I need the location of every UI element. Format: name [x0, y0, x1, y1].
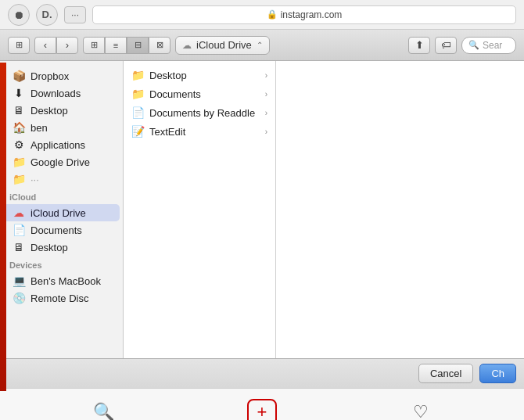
sidebar-item[interactable]: 📦 Dropbox	[3, 67, 120, 84]
sidebar-item-macbook[interactable]: 💻 Ben's MacBook	[3, 272, 120, 289]
chevron-right-icon: ›	[265, 71, 267, 80]
sidebar-item-icloud-drive[interactable]: ☁ iCloud Drive	[3, 204, 120, 221]
sidebar-item-remote-disc[interactable]: 💿 Remote Disc	[3, 289, 120, 307]
search-placeholder: Sear	[483, 40, 502, 51]
add-icon: +	[257, 402, 267, 421]
sidebar-item-downloads[interactable]: ⬇ Downloads	[3, 84, 120, 102]
location-bar[interactable]: ☁ iCloud Drive ⌃	[175, 36, 270, 55]
chevron-right-icon4: ›	[265, 127, 267, 136]
content-documents-label: Documents	[149, 88, 260, 100]
sidebar-item-ben[interactable]: 🏠 ben	[3, 119, 120, 136]
tag-btn[interactable]: 🏷	[435, 37, 457, 54]
address-bar: 🔒 instagram.com	[92, 5, 516, 24]
back-btn[interactable]: ‹	[34, 37, 56, 54]
downloads-icon: ⬇	[13, 87, 25, 99]
url-text: instagram.com	[281, 9, 343, 20]
column-view-btn[interactable]: ⊟	[127, 37, 149, 54]
view-mode-group: ⊞ ≡ ⊟ ⊠	[83, 37, 170, 54]
finder-bottom: Cancel Ch	[0, 358, 524, 388]
sidebar-ben-label: ben	[31, 122, 48, 134]
choose-button[interactable]: Ch	[479, 364, 516, 383]
documents-folder-icon: 📁	[131, 88, 144, 100]
nav-btn-group: ‹ ›	[34, 37, 78, 54]
remote-disc-icon: 💿	[13, 292, 25, 304]
sidebar-item-label: Dropbox	[31, 70, 69, 82]
readdle-icon: 📄	[131, 106, 144, 119]
content-readdle-label: Documents by Readdle	[149, 107, 260, 119]
content-item-documents[interactable]: 📁 Documents ›	[124, 84, 275, 103]
column-pane: 📁 Desktop › 📁 Documents › 📄 Documents by…	[124, 61, 276, 358]
icloud-desktop-icon: 🖥	[13, 241, 25, 253]
sidebar-downloads-label: Downloads	[31, 88, 81, 99]
sidebar-item-desktop[interactable]: 🖥 Desktop	[3, 102, 120, 119]
content-item-textedit[interactable]: 📝 TextEdit ›	[124, 122, 275, 141]
textedit-icon: 📝	[131, 125, 144, 138]
cancel-button[interactable]: Cancel	[418, 364, 473, 383]
cloud-icon: ☁	[182, 40, 192, 51]
empty-pane	[276, 61, 524, 358]
icloud-drive-icon: ☁	[13, 206, 25, 219]
lock-icon: 🔒	[267, 9, 278, 20]
sidebar-icloud-docs-label: Documents	[31, 224, 82, 236]
content-item-desktop[interactable]: 📁 Desktop ›	[124, 66, 275, 84]
desktop-folder-icon: 📁	[131, 69, 144, 81]
browser-btn-more[interactable]: ···	[64, 6, 86, 23]
share-btn[interactable]: ⬆	[408, 37, 430, 54]
sidebar-macbook-label: Ben's MacBook	[31, 275, 101, 287]
sidebar-item-more[interactable]: 📁 ···	[3, 171, 120, 188]
content-desktop-label: Desktop	[149, 70, 260, 81]
location-chevron: ⌃	[257, 41, 263, 49]
macbook-icon: 💻	[13, 275, 25, 287]
finder-main: 📦 Dropbox ⬇ Downloads 🖥 Desktop 🏠 ben ⚙ …	[0, 61, 524, 358]
applications-icon: ⚙	[13, 138, 25, 151]
app-bottom-bar: 🔍 + ♡	[0, 388, 524, 420]
sidebar-applications-label: Applications	[31, 139, 85, 151]
finder-toolbar: ⊞ ‹ › ⊞ ≡ ⊟ ⊠ ☁ iCloud Drive ⌃ ⬆ 🏷 🔍 Sea…	[0, 30, 524, 61]
sidebar-item-icloud-documents[interactable]: 📄 Documents	[3, 221, 120, 239]
dropbox-icon: 📦	[13, 70, 25, 82]
add-bottom-btn[interactable]: +	[247, 399, 277, 421]
home-icon: 🏠	[13, 121, 25, 134]
list-view-btn[interactable]: ≡	[105, 37, 127, 54]
sidebar-item-google-drive[interactable]: 📁 Google Drive	[3, 153, 120, 171]
sidebar-desktop-label: Desktop	[31, 105, 68, 117]
folder-icon: 📁	[13, 173, 25, 185]
content-item-readdle[interactable]: 📄 Documents by Readdle ›	[124, 103, 275, 122]
sidebar: 📦 Dropbox ⬇ Downloads 🖥 Desktop 🏠 ben ⚙ …	[0, 61, 124, 358]
browser-btn-record[interactable]: ⏺	[8, 4, 30, 26]
heart-icon: ♡	[413, 402, 429, 421]
red-accent-bar	[0, 63, 6, 391]
search-bottom-btn[interactable]: 🔍	[88, 397, 119, 421]
desktop-icon: 🖥	[13, 104, 25, 117]
sidebar-google-drive-label: Google Drive	[31, 156, 90, 168]
icon-view-btn[interactable]: ⊞	[83, 37, 105, 54]
icloud-section-label: iCloud	[0, 188, 123, 204]
sidebar-remote-disc-label: Remote Disc	[31, 293, 88, 304]
browser-btn-d[interactable]: D.	[36, 4, 58, 26]
chevron-right-icon2: ›	[265, 90, 267, 99]
heart-bottom-btn[interactable]: ♡	[405, 397, 436, 421]
google-drive-icon: 📁	[13, 156, 25, 168]
sidebar-icloud-desktop-label: Desktop	[31, 242, 68, 253]
search-icon-small: 🔍	[468, 40, 479, 50]
cover-flow-btn[interactable]: ⊠	[149, 37, 170, 54]
content-textedit-label: TextEdit	[149, 126, 260, 138]
sidebar-item-icloud-desktop[interactable]: 🖥 Desktop	[3, 239, 120, 256]
sidebar-icloud-drive-label: iCloud Drive	[31, 207, 86, 219]
search-bottom-icon: 🔍	[93, 402, 114, 421]
sidebar-item-applications[interactable]: ⚙ Applications	[3, 136, 120, 153]
sidebar-toggle-btn[interactable]: ⊞	[8, 37, 30, 54]
browser-chrome: ⏺ D. ··· 🔒 instagram.com	[0, 0, 524, 30]
icloud-docs-icon: 📄	[13, 224, 25, 236]
location-text: iCloud Drive	[196, 39, 252, 51]
sidebar-more-label: ···	[31, 174, 39, 185]
devices-section-label: Devices	[0, 256, 123, 272]
forward-btn[interactable]: ›	[56, 37, 78, 54]
search-bar[interactable]: 🔍 Sear	[461, 37, 516, 54]
chevron-right-icon3: ›	[265, 109, 267, 117]
